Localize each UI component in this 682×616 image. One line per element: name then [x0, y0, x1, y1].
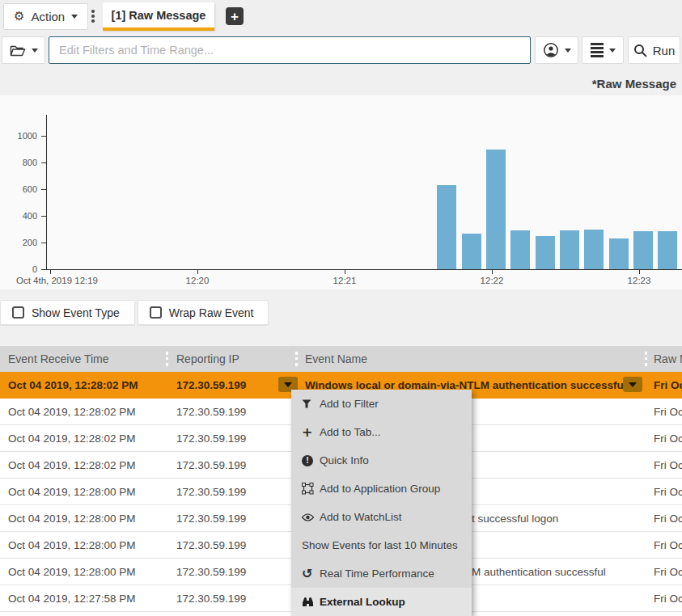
x-axis-tick-label: 12:20	[186, 276, 210, 285]
cell-reporting-ip: 172.30.59.199	[166, 566, 295, 578]
cell-raw-message: Fri Oc	[645, 486, 682, 498]
y-axis-tick	[41, 189, 46, 190]
column-header-event-name[interactable]: Event Name	[295, 346, 645, 372]
cell-event-receive-time: Oct 04 2019, 12:27:58 PM	[0, 593, 166, 605]
context-menu-item-label: Add to Filter	[320, 398, 379, 410]
cell-reporting-ip: 172.30.59.199	[166, 432, 295, 445]
y-axis-tick-label: 600	[5, 184, 37, 194]
context-menu-item-label: Real Time Performance	[320, 567, 434, 580]
x-axis-tick	[50, 270, 51, 274]
cell-reporting-ip: 172.30.59.199	[166, 406, 295, 418]
option-toggle-button[interactable]: Show Event Type	[0, 300, 135, 325]
option-label: Wrap Raw Event	[169, 306, 254, 319]
context-menu-item[interactable]: + Add to Tab...	[291, 418, 472, 446]
binoculars-icon	[302, 597, 316, 607]
chevron-down-icon	[565, 49, 571, 53]
x-axis-tick-label: 12:22	[481, 276, 504, 285]
context-menu-item[interactable]: Show Events for last 10 Minutes	[291, 531, 472, 559]
filter-toolbar: Run	[0, 36, 682, 64]
cell-raw-message: Fri Oc	[645, 459, 682, 471]
chevron-down-icon	[609, 49, 616, 53]
chart-bar[interactable]	[584, 230, 604, 270]
y-axis-tick	[41, 243, 46, 243]
x-axis-tick-label: 12:23	[628, 276, 651, 285]
filter-search-input[interactable]	[49, 36, 531, 64]
chart-bar[interactable]	[633, 231, 653, 269]
column-header-reporting-ip[interactable]: Reporting IP	[166, 346, 295, 372]
y-axis-tick	[41, 162, 46, 163]
action-button-label: Action	[31, 10, 65, 23]
chart-bar[interactable]	[658, 231, 677, 269]
x-axis-tick	[345, 270, 345, 274]
table-header: Event Receive Time Reporting IP Event Na…	[0, 346, 682, 372]
chevron-down-icon	[284, 382, 292, 387]
chevron-down-icon	[71, 15, 78, 19]
cell-event-receive-time: Oct 04 2019, 12:28:02 PM	[0, 406, 166, 418]
checkbox-icon[interactable]	[12, 306, 24, 319]
chart-bar[interactable]	[462, 234, 481, 269]
x-axis-tick	[639, 270, 640, 274]
action-button[interactable]: ⚙ Action	[3, 3, 88, 30]
chart-bar[interactable]	[486, 150, 506, 270]
chevron-down-icon	[629, 382, 637, 387]
cell-reporting-ip: 172.30.59.199	[166, 459, 295, 471]
cell-reporting-ip: 172.30.59.199	[166, 379, 295, 391]
cell-event-receive-time: Oct 04 2019, 12:28:00 PM	[0, 566, 166, 578]
tab-raw-message[interactable]: [1] Raw Message	[103, 2, 214, 31]
chart-bar[interactable]	[437, 185, 456, 269]
column-layout-button[interactable]	[582, 36, 624, 64]
eye-icon	[302, 513, 316, 521]
run-button[interactable]: Run	[628, 36, 680, 64]
x-axis-tick-label: 12:21	[333, 276, 357, 285]
chart-bar[interactable]	[536, 236, 555, 269]
checkbox-icon[interactable]	[150, 306, 162, 319]
tab-drag-handle-icon[interactable]	[91, 10, 95, 23]
y-axis-tick-label: 1000	[5, 131, 37, 141]
search-icon	[633, 44, 647, 57]
view-title: *Raw Message	[592, 77, 676, 91]
row-dropdown-button[interactable]	[623, 377, 642, 392]
y-axis-tick-label: 0	[5, 264, 37, 274]
user-context-button[interactable]	[535, 36, 578, 64]
saved-filters-button[interactable]	[2, 36, 45, 64]
cell-raw-message: Fri Oc	[645, 432, 682, 445]
context-menu-item[interactable]: ! Quick Info	[291, 446, 472, 475]
top-bar: ⚙ Action [1] Raw Message +	[0, 0, 682, 34]
column-header-raw-message[interactable]: Raw M	[645, 346, 682, 372]
events-timeline-chart[interactable]: 02004006008001000Oct 4th, 2019 12:1912:2…	[0, 95, 682, 289]
context-menu-item[interactable]: Add to Filter	[291, 390, 472, 418]
cell-reporting-ip: 172.30.59.199	[166, 513, 295, 525]
cell-raw-message: Fri Oc	[645, 566, 682, 578]
option-toggle-button[interactable]: Wrap Raw Event	[138, 300, 269, 325]
chart-bar[interactable]	[560, 230, 579, 269]
cell-event-receive-time: Oct 04 2019, 12:28:02 PM	[0, 459, 166, 471]
gear-icon: ⚙	[14, 11, 24, 23]
context-menu-item[interactable]: Add to WatchList	[291, 503, 472, 531]
cell-raw-message: Fri Oc	[645, 406, 682, 418]
chart-bar[interactable]	[609, 238, 629, 269]
chart-x-axis	[46, 269, 682, 270]
context-menu-item[interactable]: Add to Application Group	[291, 475, 472, 503]
column-separator[interactable]	[645, 352, 647, 366]
y-axis-tick-label: 200	[5, 238, 37, 247]
column-header-event-receive-time[interactable]: Event Receive Time	[0, 346, 166, 372]
x-axis-tick	[197, 270, 198, 274]
cell-event-receive-time: Oct 04 2019, 12:28:00 PM	[0, 539, 166, 551]
y-axis-tick-label: 400	[5, 211, 37, 221]
column-separator[interactable]	[166, 352, 168, 366]
cell-event-receive-time: Oct 04 2019, 12:28:02 PM	[0, 379, 166, 391]
cell-event-receive-time: Oct 04 2019, 12:28:00 PM	[0, 486, 166, 498]
folder-open-icon	[10, 44, 26, 57]
chart-bar[interactable]	[510, 230, 530, 269]
x-axis-tick-label: Oct 4th, 2019 12:19	[16, 276, 98, 285]
add-tab-button[interactable]: +	[226, 7, 244, 25]
context-menu-item-label: External Lookup	[320, 596, 405, 608]
context-menu-item[interactable]: ↺ Real Time Performance	[291, 559, 472, 588]
siem-raw-message-screen: { "topbar": { "action_label": "Action", …	[0, 0, 682, 616]
cell-reporting-ip: 172.30.59.199	[166, 539, 295, 551]
info-icon: !	[302, 455, 316, 466]
user-icon	[543, 42, 559, 58]
column-separator[interactable]	[295, 352, 298, 366]
y-axis-tick	[41, 269, 46, 270]
context-menu-item[interactable]: External Lookup	[291, 588, 472, 616]
